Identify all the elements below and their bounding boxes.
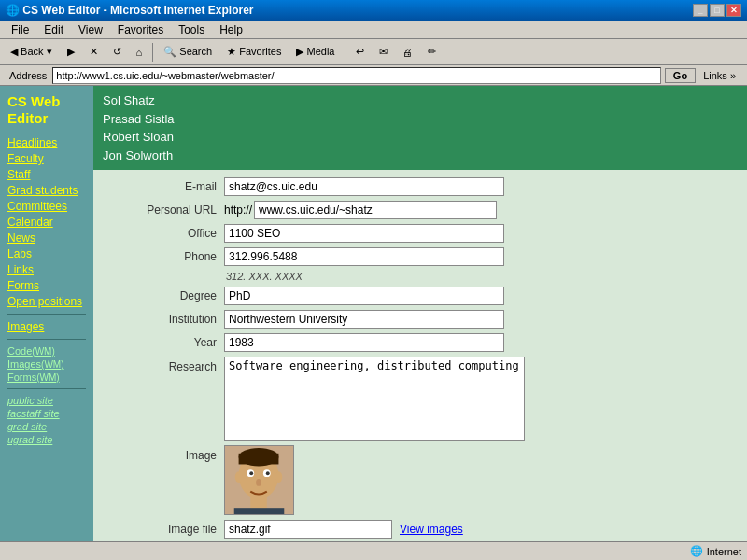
minimize-button[interactable]: _ [693, 4, 708, 17]
sidebar-item-facstaff-site[interactable]: facstaff site [7, 408, 86, 419]
toolbar-separator-2 [345, 43, 345, 62]
menu-tools[interactable]: Tools [171, 21, 212, 38]
svg-rect-3 [239, 454, 279, 465]
image-file-label: Image file [103, 523, 224, 536]
header-bar: Sol Shatz Prasad Sistla Robert Sloan Jon… [93, 86, 747, 170]
sidebar-item-links[interactable]: Links [7, 263, 86, 276]
sidebar-item-staff[interactable]: Staff [7, 168, 86, 181]
office-row: Office [103, 224, 738, 243]
sidebar-item-forms[interactable]: Forms [7, 279, 86, 292]
window-controls[interactable]: _ □ ✕ [693, 4, 741, 17]
home-button[interactable]: ⌂ [130, 44, 149, 61]
sidebar-item-faculty[interactable]: Faculty [7, 152, 86, 165]
image-file-field[interactable] [224, 520, 392, 539]
sidebar-item-forms-wm[interactable]: Forms(WM) [7, 371, 86, 383]
sidebar-item-calendar[interactable]: Calendar [7, 216, 86, 229]
toolbar-separator-1 [152, 43, 153, 62]
toolbar: ◀ Back ▾ ▶ ✕ ↺ ⌂ 🔍 Search ★ Favorites ▶ … [0, 39, 747, 65]
address-label: Address [4, 70, 52, 81]
research-field[interactable]: Software engineering, distributed comput… [224, 357, 525, 441]
url-row: Personal URL http:// [103, 201, 738, 219]
menu-file[interactable]: File [4, 21, 36, 38]
phone-field[interactable] [224, 247, 504, 266]
globe-icon: 🌐 [690, 545, 703, 557]
image-file-row: Image file View images [103, 520, 738, 539]
phone-hint: 312. XXX. XXXX [226, 271, 303, 282]
mail-button[interactable]: ✉ [373, 43, 394, 61]
sidebar-divider-1 [7, 314, 86, 315]
institution-row: Institution [103, 310, 738, 329]
research-label: Research [103, 357, 224, 373]
office-field[interactable] [224, 224, 504, 243]
svg-point-6 [249, 471, 253, 475]
go-button[interactable]: Go [665, 68, 696, 83]
degree-row: Degree [103, 287, 738, 305]
url-field[interactable] [254, 201, 497, 219]
menu-favorites[interactable]: Favorites [110, 21, 171, 38]
svg-rect-11 [250, 497, 267, 511]
sidebar-item-images[interactable]: Images [7, 320, 86, 333]
sidebar-item-committees[interactable]: Committees [7, 200, 86, 213]
print-button[interactable]: 🖨 [396, 44, 419, 61]
image-label: Image [103, 445, 224, 462]
phone-hint-row: 312. XXX. XXXX [103, 271, 738, 282]
sidebar-item-grad-site[interactable]: grad site [7, 421, 86, 432]
window-icon: 🌐 [6, 4, 20, 17]
degree-field[interactable] [224, 287, 504, 305]
sidebar-item-labs[interactable]: Labs [7, 247, 86, 260]
history-button[interactable]: ↩ [349, 43, 371, 61]
favorites-button[interactable]: ★ Favorites [220, 43, 288, 61]
degree-label: Degree [103, 289, 224, 302]
menu-view[interactable]: View [71, 21, 110, 38]
title-bar: 🌐 CS Web Editor - Microsoft Internet Exp… [0, 0, 747, 21]
address-bar: Address Go Links » [0, 65, 747, 86]
phone-row: Phone [103, 247, 738, 266]
sidebar-item-ugrad-site[interactable]: ugrad site [7, 434, 86, 445]
sidebar: CS WebEditor Headlines Faculty Staff Gra… [0, 86, 93, 560]
svg-rect-12 [234, 508, 285, 515]
email-field[interactable] [224, 177, 504, 196]
sidebar-item-news[interactable]: News [7, 231, 86, 245]
content-area: Sol Shatz Prasad Sistla Robert Sloan Jon… [93, 86, 747, 560]
header-name-4: Jon Solworth [103, 147, 738, 165]
sidebar-item-code-wm[interactable]: Code(WM) [7, 345, 86, 357]
sidebar-item-grad-students[interactable]: Grad students [7, 184, 86, 197]
year-field[interactable] [224, 333, 504, 352]
sidebar-item-open-positions[interactable]: Open positions [7, 295, 86, 308]
maximize-button[interactable]: □ [710, 4, 725, 17]
links-button[interactable]: Links » [696, 69, 743, 82]
sidebar-divider-3 [7, 388, 86, 389]
institution-field[interactable] [224, 310, 504, 329]
email-row: E-mail [103, 177, 738, 196]
phone-label: Phone [103, 250, 224, 263]
year-row: Year [103, 333, 738, 352]
status-bar: 🌐 Internet [0, 541, 747, 560]
email-label: E-mail [103, 180, 224, 193]
back-button[interactable]: ◀ Back ▾ [4, 43, 59, 61]
media-button[interactable]: ▶ Media [289, 43, 341, 61]
header-name-2: Prasad Sistla [103, 110, 738, 129]
search-button[interactable]: 🔍 Search [157, 43, 218, 61]
form-section: E-mail Personal URL http:// Office Phone [93, 170, 747, 560]
url-input-group: http:// [224, 201, 497, 219]
menu-help[interactable]: Help [212, 21, 250, 38]
edit-button[interactable]: ✏ [421, 43, 443, 61]
image-row: Image [103, 445, 738, 515]
svg-point-9 [235, 471, 243, 483]
view-images-link[interactable]: View images [400, 523, 463, 536]
sidebar-item-images-wm[interactable]: Images(WM) [7, 358, 86, 370]
close-button[interactable]: ✕ [726, 4, 741, 17]
forward-button[interactable]: ▶ [61, 43, 81, 61]
svg-point-8 [256, 479, 261, 486]
internet-zone: 🌐 Internet [690, 545, 741, 557]
refresh-button[interactable]: ↺ [106, 43, 128, 61]
sidebar-item-public-site[interactable]: public site [7, 395, 86, 406]
address-input[interactable] [52, 67, 661, 84]
svg-point-10 [275, 471, 283, 483]
year-label: Year [103, 336, 224, 349]
header-name-1: Sol Shatz [103, 91, 738, 110]
stop-button[interactable]: ✕ [83, 43, 105, 61]
menu-edit[interactable]: Edit [36, 21, 71, 38]
menu-bar: File Edit View Favorites Tools Help [0, 21, 747, 39]
sidebar-item-headlines[interactable]: Headlines [7, 136, 86, 149]
